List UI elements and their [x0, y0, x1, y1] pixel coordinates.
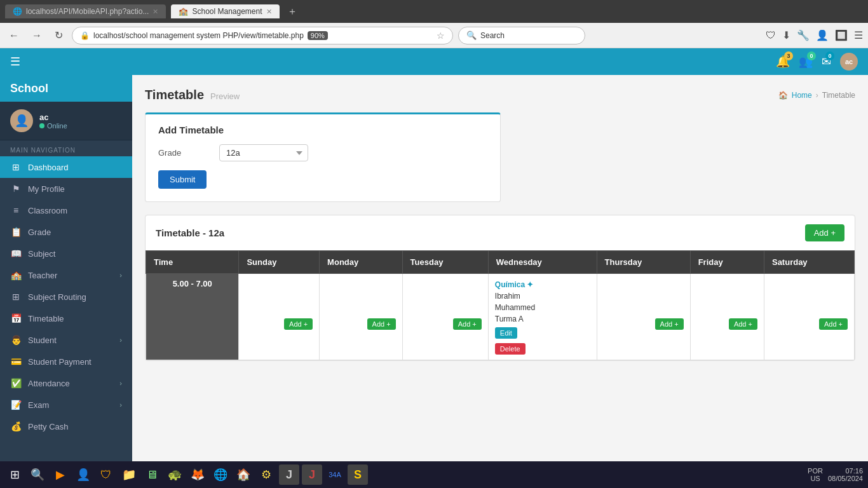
timetable-title: Timetable - 12a	[156, 227, 224, 238]
sidebar-item-subject[interactable]: 📖 Subject	[0, 243, 132, 264]
sidebar-item-grade[interactable]: 📋 Grade	[0, 221, 132, 243]
tab1-label: localhost/API/MobileAPI.php?actio...	[26, 7, 149, 16]
attendance-arrow: ›	[119, 379, 122, 387]
back-button[interactable]: ←	[5, 29, 23, 43]
tab2-close[interactable]: ✕	[266, 8, 272, 16]
sidebar-username: ac	[39, 112, 67, 122]
table-header-row: Time Sunday Monday Tuesday Wednesday Thu…	[146, 251, 855, 274]
search-bar[interactable]: 🔍 Search	[458, 27, 585, 44]
cell-thursday: Add +	[597, 274, 690, 360]
sidebar-user-avatar: 👤	[10, 109, 33, 132]
col-monday: Monday	[320, 251, 403, 274]
breadcrumb-home-icon: 🏠	[778, 91, 788, 100]
add-timetable-button[interactable]: Add +	[805, 224, 844, 241]
lock-icon: 🔒	[80, 31, 90, 40]
teacher-icon: 🏫	[10, 270, 22, 280]
forward-button[interactable]: →	[28, 29, 46, 43]
breadcrumb-sep: ›	[816, 91, 818, 100]
sidebar-item-student[interactable]: 👨 Student ›	[0, 329, 132, 351]
cell-saturday: Add +	[764, 274, 854, 360]
browser-chrome: 🌐 localhost/API/MobileAPI.php?actio... ✕…	[0, 0, 868, 23]
exam-arrow: ›	[119, 401, 122, 409]
exam-icon: 📝	[10, 400, 22, 410]
add-friday-button[interactable]: Add +	[729, 318, 757, 330]
sidebar-item-dashboard-label: Dashboard	[28, 163, 69, 172]
bookmark-icon[interactable]: ☆	[437, 30, 445, 41]
browser-icons: 🛡 ⬇ 🔧 👤 🔲 ☰	[766, 29, 863, 41]
cell-content-wednesday: Química ✦ Ibrahim Muhammed Turma A Edit …	[495, 279, 590, 355]
sidebar-item-my-profile[interactable]: ⚑ My Profile	[0, 178, 132, 200]
sidebar-item-timetable[interactable]: 📅 Timetable	[0, 308, 132, 329]
download-icon[interactable]: ⬇	[782, 29, 790, 41]
address-bar-row: ← → ↻ 🔒 localhost/school management syst…	[0, 23, 868, 48]
col-time: Time	[146, 251, 239, 274]
dashboard-icon: ⊞	[10, 162, 22, 172]
add-tuesday-button[interactable]: Add +	[453, 318, 482, 330]
edit-wednesday-button[interactable]: Edit	[495, 327, 517, 339]
col-tuesday: Tuesday	[402, 251, 488, 274]
sidebar-item-student-payment[interactable]: 💳 Student Payment	[0, 351, 132, 372]
add-monday-button[interactable]: Add +	[367, 318, 396, 330]
user-avatar[interactable]: ac	[840, 53, 858, 71]
topbar-left: ☰	[10, 55, 20, 69]
cell-content-friday: Add +	[697, 279, 757, 330]
table-row: 5.00 - 7.00 Add + Add +	[146, 274, 855, 360]
class-name: Turma A	[495, 315, 524, 323]
tab1-close[interactable]: ✕	[153, 8, 158, 16]
sidebar-item-classroom[interactable]: ≡ Classroom	[0, 200, 132, 221]
timetable-table: Time Sunday Monday Tuesday Wednesday Thu…	[146, 250, 855, 360]
settings-icon[interactable]: 🔧	[797, 29, 810, 41]
sidebar-item-teacher[interactable]: 🏫 Teacher ›	[0, 264, 132, 286]
status-text: Online	[47, 122, 67, 130]
nav-section-title: MAIN NAVIGATION	[0, 140, 132, 156]
teacher-arrow: ›	[119, 271, 122, 279]
student-arrow: ›	[119, 336, 122, 344]
page-subtitle: Preview	[210, 92, 240, 101]
col-saturday: Saturday	[764, 251, 854, 274]
sidebar-item-subject-routing[interactable]: ⊞ Subject Routing	[0, 286, 132, 308]
tab2-favicon: 🏫	[179, 7, 188, 16]
sidebar-item-dashboard[interactable]: ⊞ Dashboard	[0, 156, 132, 178]
breadcrumb-current: Timetable	[822, 91, 855, 100]
submit-button[interactable]: Submit	[158, 170, 207, 189]
people-icon-wrapper[interactable]: 👥 0	[799, 55, 813, 69]
breadcrumb: 🏠 Home › Timetable	[778, 91, 855, 100]
envelope-icon-wrapper[interactable]: ✉ 0	[822, 55, 831, 69]
cell-content-thursday: Add +	[604, 279, 684, 330]
hamburger-menu[interactable]: ☰	[10, 55, 20, 69]
menu-icon[interactable]: ☰	[854, 29, 863, 41]
cell-content-monday: Add +	[326, 279, 396, 330]
teacher-name: Ibrahim	[495, 292, 520, 301]
tab-1[interactable]: 🌐 localhost/API/MobileAPI.php?actio... ✕	[5, 4, 166, 18]
sidebar-item-attendance[interactable]: ✅ Attendance ›	[0, 372, 132, 394]
timetable-icon: 📅	[10, 313, 22, 323]
reload-button[interactable]: ↻	[51, 28, 67, 43]
sidebar-user-status: Online	[39, 122, 67, 130]
extensions2-icon[interactable]: 🔲	[835, 29, 848, 41]
subject-name: Química ✦	[495, 280, 534, 289]
grade-select[interactable]: 12a 12b 11a 11b 10a	[219, 144, 308, 161]
topbar-right: 🔔 3 👥 0 ✉ 0 ac	[776, 53, 858, 71]
extensions-icon[interactable]: 🛡	[766, 30, 776, 41]
sidebar-item-subject-routing-label: Subject Routing	[28, 292, 86, 302]
tab1-favicon: 🌐	[13, 7, 22, 16]
breadcrumb-home-link[interactable]: Home	[792, 91, 812, 100]
delete-wednesday-button[interactable]: Delete	[495, 343, 526, 355]
attendance-icon: ✅	[10, 378, 22, 388]
add-sunday-button[interactable]: Add +	[284, 318, 313, 330]
cell-content-saturday: Add +	[771, 279, 848, 330]
profile-icon[interactable]: 👤	[816, 29, 829, 41]
people-badge: 0	[807, 51, 816, 60]
new-tab-button[interactable]: ＋	[287, 5, 297, 18]
sidebar-item-exam[interactable]: 📝 Exam ›	[0, 394, 132, 416]
subject-icon: 📖	[10, 248, 22, 259]
add-saturday-button[interactable]: Add +	[819, 318, 848, 330]
sidebar-item-teacher-label: Teacher	[28, 271, 57, 280]
col-sunday: Sunday	[239, 251, 320, 274]
tab-2[interactable]: 🏫 School Management ✕	[171, 4, 279, 18]
bell-icon-wrapper[interactable]: 🔔 3	[776, 55, 790, 69]
address-field[interactable]: 🔒 localhost/school management system PHP…	[72, 27, 453, 44]
sidebar-item-petty-cash[interactable]: 💰 Petty Cash	[0, 416, 132, 437]
add-thursday-button[interactable]: Add +	[655, 318, 684, 330]
sidebar-item-petty-cash-label: Petty Cash	[28, 422, 69, 431]
